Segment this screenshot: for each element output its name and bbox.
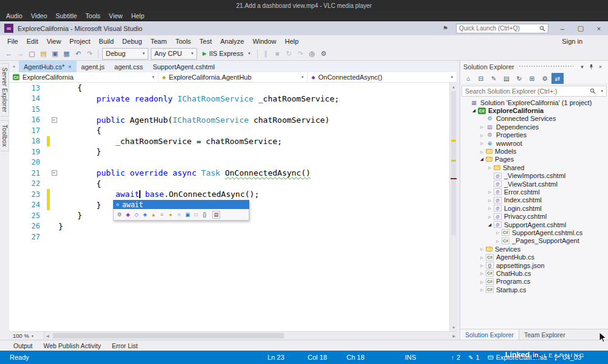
sign-in-link[interactable]: Sign in <box>562 38 582 45</box>
expand-icon[interactable]: ▷ <box>494 239 501 243</box>
collapse-all-icon[interactable]: ⊟ <box>475 73 487 84</box>
panel-tab-solution-explorer[interactable]: Solution Explorer <box>460 329 519 340</box>
new-project-icon[interactable]: ▢ <box>26 50 38 58</box>
scroll-right-icon[interactable]: ▶ <box>452 332 455 340</box>
filter-methods-icon[interactable]: ◆ <box>124 211 132 219</box>
solution-configurations-dropdown[interactable]: Debug▾ <box>102 48 148 60</box>
expand-icon[interactable]: ▷ <box>486 190 493 194</box>
start-debugging-button[interactable]: ▶ IIS Express ▾ <box>198 48 255 60</box>
class-dropdown[interactable]: ◆ ExploreCalifornia.AgentHub ▾ <box>159 72 308 82</box>
refresh-icon[interactable]: ↻ <box>513 73 525 84</box>
tree-item-viewimports-cshtml[interactable]: @_ViewImports.cshtml <box>460 172 608 180</box>
tree-item-appsettings-json[interactable]: ▷{}appsettings.json <box>460 261 608 269</box>
redo-icon[interactable]: ↷ <box>84 50 95 58</box>
feedback-icon[interactable]: ⚑ <box>440 25 451 32</box>
vs-menu-project[interactable]: Project <box>65 38 94 45</box>
vlc-menu-subtitle[interactable]: Subtitle <box>52 12 81 19</box>
restore-button[interactable]: ▢ <box>572 21 590 35</box>
filter-fields-icon[interactable]: ◈ <box>141 211 149 219</box>
tree-item-solution-explorecalifornia-1-project[interactable]: ▦Solution 'ExploreCalifornia' (1 project… <box>460 98 608 106</box>
solution-explorer-header[interactable]: Solution Explorer ▾ × <box>460 61 608 72</box>
tree-item-chathub-cs[interactable]: ▷C#ChatHub.cs <box>460 269 608 277</box>
vs-menu-build[interactable]: Build <box>95 38 118 45</box>
vlc-menu-help[interactable]: Help <box>127 12 149 19</box>
code-editor[interactable]: 13{14private readonly IChatRoomService _… <box>9 83 457 331</box>
expand-icon[interactable]: ▷ <box>478 141 485 145</box>
vs-menu-debug[interactable]: Debug <box>118 38 146 45</box>
filter-classes-icon[interactable]: ● <box>167 211 174 219</box>
close-tab-icon[interactable]: × <box>68 64 71 70</box>
se-search-box[interactable]: Search Solution Explorer (Ctrl+;) ▾ <box>461 86 607 97</box>
tree-item-wwwroot[interactable]: ▷⊕wwwroot <box>460 139 608 147</box>
tree-item-pages-supportagent[interactable]: ▷C#_Pages_SupportAgent <box>460 237 608 245</box>
expand-icon[interactable]: ▷ <box>486 198 493 202</box>
navigate-forward-icon[interactable]: → <box>15 50 26 57</box>
expand-icon[interactable]: ▷ <box>486 215 493 219</box>
collapse-region-icon[interactable]: − <box>52 170 57 176</box>
collapse-icon[interactable]: ◢ <box>478 157 485 162</box>
filter-properties-icon[interactable]: ⚙ <box>116 211 123 219</box>
tree-item-privacy-cshtml[interactable]: ▷@Privacy.cshtml <box>460 212 608 220</box>
filter-keywords-icon[interactable]: {} <box>201 211 209 219</box>
tree-item-error-cshtml[interactable]: ▷@Error.cshtml <box>460 188 608 196</box>
vs-menu-tools[interactable]: Tools <box>171 38 195 45</box>
pending-changes-filter-icon[interactable]: ✎ <box>488 73 500 84</box>
doc-tab-supportagent-cshtml[interactable]: SupportAgent.cshtml <box>148 61 219 72</box>
tree-item-connected-services[interactable]: ⚙Connected Services <box>460 115 608 123</box>
tab-options-icon[interactable]: ▾ <box>9 61 19 72</box>
window-position-icon[interactable]: ▾ <box>578 64 587 70</box>
expand-icon[interactable]: ▷ <box>478 263 485 267</box>
show-all-files-icon[interactable]: ▤ <box>500 73 513 84</box>
expand-icon[interactable]: ▷ <box>478 149 485 154</box>
vs-menu-file[interactable]: File <box>3 38 22 45</box>
collapse-icon[interactable]: ◢ <box>486 222 493 227</box>
solution-platforms-dropdown[interactable]: Any CPU▾ <box>151 48 197 60</box>
panel-tab-output[interactable]: Output <box>8 340 38 351</box>
tree-item-supportagent-cshtml[interactable]: ◢@SupportAgent.cshtml <box>460 221 608 228</box>
panel-tab-error-list[interactable]: Error List <box>106 340 143 351</box>
horizontal-scrollbar[interactable]: ◀ ▶ <box>44 332 457 340</box>
collapse-region-icon[interactable]: − <box>52 117 57 123</box>
expand-icon[interactable]: ▷ <box>494 230 501 235</box>
tree-item-index-cshtml[interactable]: ▷@Index.cshtml <box>460 196 608 204</box>
tree-item-models[interactable]: ▷Models <box>460 147 608 155</box>
vlc-titlebar[interactable]: 21.Add a dashboard view.mp4 - VLC media … <box>0 0 608 11</box>
vs-menu-view[interactable]: View <box>43 38 66 45</box>
vlc-menu-video[interactable]: Video <box>27 12 52 19</box>
vs-menu-team[interactable]: Team <box>147 38 171 45</box>
filter-events-icon[interactable]: ▲ <box>150 211 157 219</box>
filter-extension-methods-icon[interactable]: ◇ <box>133 211 140 219</box>
tree-item-services[interactable]: ▷Services <box>460 245 608 253</box>
filter-snippets-icon[interactable]: ▤ <box>212 211 220 219</box>
vs-titlebar[interactable]: ∞ ExploreCalifornia - Microsoft Visual S… <box>0 21 608 35</box>
step-over-icon[interactable]: ↷ <box>295 50 306 58</box>
chevron-down-icon[interactable]: ▾ <box>601 89 603 94</box>
tree-item-shared[interactable]: ▷Shared <box>460 163 608 171</box>
expand-icon[interactable]: ▷ <box>478 287 485 292</box>
filter-interfaces-icon[interactable]: ○ <box>175 211 183 219</box>
pending-edits-indicator[interactable]: ✎1 <box>468 354 480 361</box>
tree-item-dependencies[interactable]: ▷▤Dependencies <box>460 123 608 131</box>
collapse-icon[interactable]: ◢ <box>471 108 477 113</box>
find-icon[interactable]: ◎ <box>306 50 318 58</box>
filter-delegates-icon[interactable]: □ <box>192 211 200 219</box>
vs-menu-help[interactable]: Help <box>281 38 303 45</box>
project-dropdown[interactable]: C# ExploreCalifornia ▾ <box>9 72 159 82</box>
vertical-scrollbar[interactable]: ▲ ▼ <box>449 83 457 331</box>
tree-item-viewstart-cshtml[interactable]: @_ViewStart.cshtml <box>460 180 608 188</box>
vs-menu-test[interactable]: Test <box>195 38 216 45</box>
expand-icon[interactable]: ▷ <box>478 247 485 251</box>
vlc-menu-view[interactable]: View <box>105 12 127 19</box>
vs-menu-analyze[interactable]: Analyze <box>216 38 248 45</box>
vs-menu-window[interactable]: Window <box>248 38 280 45</box>
filter-enums-icon[interactable]: ≡ <box>158 211 166 219</box>
doc-tab-agenthub-cs[interactable]: AgentHub.cs*× <box>19 61 77 72</box>
tree-item-login-cshtml[interactable]: ▷@Login.cshtml <box>460 204 608 212</box>
scrollbar-thumb[interactable] <box>53 333 284 338</box>
side-tab-toolbox[interactable]: Toolbox <box>1 120 9 151</box>
navigate-back-icon[interactable]: ← <box>3 50 15 57</box>
expand-icon[interactable]: ▷ <box>486 206 493 210</box>
scroll-down-icon[interactable]: ▼ <box>450 325 457 329</box>
tree-item-explorecalifornia[interactable]: ◢C#ExploreCalifornia <box>460 106 608 114</box>
save-all-icon[interactable]: ▦ <box>61 50 72 58</box>
